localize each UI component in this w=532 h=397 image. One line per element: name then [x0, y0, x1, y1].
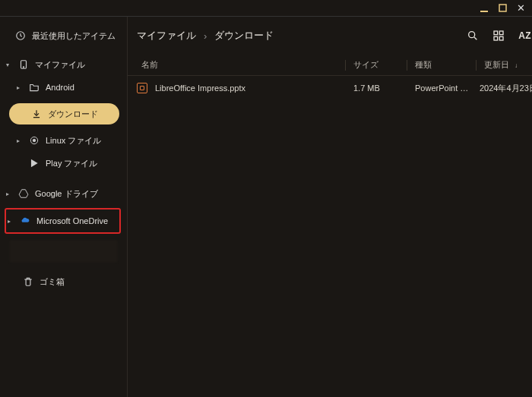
- onedrive-highlight-box: ▸ Microsoft OneDrive: [5, 208, 121, 234]
- presentation-file-icon: [137, 83, 147, 93]
- cell-size: 1.7 MB: [353, 83, 407, 93]
- svg-point-6: [33, 139, 36, 142]
- svg-point-7: [469, 32, 475, 38]
- sidebar-item-recent[interactable]: 最近使用したアイテム: [0, 24, 127, 47]
- column-header-date[interactable]: 更新日 ↓: [484, 59, 532, 71]
- search-button[interactable]: [467, 30, 479, 42]
- svg-rect-8: [494, 31, 498, 35]
- svg-rect-11: [499, 36, 503, 40]
- google-drive-icon: [18, 188, 29, 199]
- window-minimize-button[interactable]: [479, 3, 489, 14]
- column-label: 種類: [415, 60, 432, 69]
- chevron-right-icon: ▸: [17, 137, 23, 144]
- sidebar-item-label: マイファイル: [35, 59, 85, 71]
- onedrive-icon: [20, 216, 30, 226]
- column-label: サイズ: [353, 60, 378, 69]
- play-icon: [29, 158, 40, 169]
- chevron-down-icon: ▾: [6, 61, 12, 68]
- sort-button[interactable]: AZ: [518, 30, 531, 42]
- smartphone-icon: [18, 59, 29, 70]
- clock-icon: [15, 30, 26, 41]
- file-row[interactable]: LibreOffice Impress.pptx 1.7 MB PowerPoi…: [128, 76, 532, 100]
- trash-icon: [23, 276, 33, 287]
- cell-type: PowerPoint …: [415, 83, 476, 93]
- linux-icon: [29, 135, 40, 146]
- sort-label: AZ: [518, 30, 531, 41]
- sidebar-item-label: Microsoft OneDrive: [36, 216, 108, 225]
- svg-rect-10: [494, 36, 498, 40]
- view-grid-button[interactable]: [492, 30, 505, 42]
- svg-rect-0: [480, 11, 488, 12]
- svg-rect-9: [499, 31, 503, 35]
- breadcrumb-segment[interactable]: ダウンロード: [214, 29, 274, 43]
- cell-date: 2024年4月23日 10…: [480, 83, 532, 94]
- sidebar-item-label: ゴミ箱: [40, 276, 65, 288]
- main-panel: マイファイル › ダウンロード AZ: [128, 17, 532, 397]
- sidebar-item-linux[interactable]: ▸ Linux ファイル: [0, 129, 127, 152]
- breadcrumb: マイファイル › ダウンロード: [137, 29, 459, 43]
- chevron-right-icon: ▸: [6, 191, 12, 197]
- chevron-right-icon: ›: [204, 30, 207, 42]
- column-label: 名前: [141, 60, 158, 69]
- sidebar-item-label: Play ファイル: [46, 158, 97, 169]
- sidebar-redacted-item: [9, 240, 118, 263]
- file-name: LibreOffice Impress.pptx: [155, 83, 245, 93]
- column-divider: [345, 60, 346, 71]
- sidebar-item-myfiles[interactable]: ▾ マイファイル: [0, 53, 127, 76]
- titlebar: ✕: [0, 0, 532, 17]
- column-header-type[interactable]: 種類: [415, 59, 476, 71]
- sort-descending-icon: ↓: [515, 62, 518, 69]
- sidebar-item-label: Google ドライブ: [35, 188, 98, 200]
- sidebar-item-label: Android: [46, 83, 74, 92]
- breadcrumb-segment[interactable]: マイファイル: [137, 29, 196, 43]
- sidebar-item-label: Linux ファイル: [46, 135, 101, 147]
- sidebar: 最近使用したアイテム ▾ マイファイル ▸ Android ダウンロード ▸: [0, 17, 128, 397]
- column-label: 更新日: [484, 60, 509, 69]
- column-header-size[interactable]: サイズ: [353, 59, 407, 71]
- chevron-right-icon: ▸: [8, 218, 14, 225]
- sidebar-item-play[interactable]: ▸ Play ファイル: [0, 152, 127, 175]
- column-divider: [476, 60, 477, 71]
- sidebar-item-gdrive[interactable]: ▸ Google ドライブ: [0, 182, 127, 205]
- sidebar-item-trash[interactable]: ゴミ箱: [0, 270, 127, 293]
- window-close-button[interactable]: ✕: [515, 3, 526, 14]
- sidebar-item-android[interactable]: ▸ Android: [0, 76, 127, 99]
- sidebar-item-label: 最近使用したアイテム: [32, 30, 116, 42]
- topbar: マイファイル › ダウンロード AZ: [128, 17, 532, 55]
- sidebar-item-downloads[interactable]: ダウンロード: [9, 103, 119, 124]
- column-divider: [407, 60, 407, 71]
- folder-icon: [29, 82, 40, 93]
- toolbar: AZ: [467, 30, 532, 42]
- grid-icon: [492, 30, 505, 42]
- svg-point-4: [23, 67, 24, 68]
- download-icon: [31, 109, 42, 119]
- sidebar-item-label: ダウンロード: [48, 109, 98, 120]
- sidebar-item-onedrive[interactable]: ▸ Microsoft OneDrive: [6, 210, 119, 232]
- chevron-right-icon: ▸: [17, 84, 23, 91]
- column-header-row: 名前 サイズ 種類 更新日 ↓: [128, 55, 532, 76]
- window-maximize-button[interactable]: [497, 3, 508, 14]
- svg-rect-1: [499, 5, 506, 11]
- search-icon: [467, 30, 479, 42]
- cell-name: LibreOffice Impress.pptx: [137, 83, 345, 93]
- column-header-name[interactable]: 名前: [137, 59, 345, 71]
